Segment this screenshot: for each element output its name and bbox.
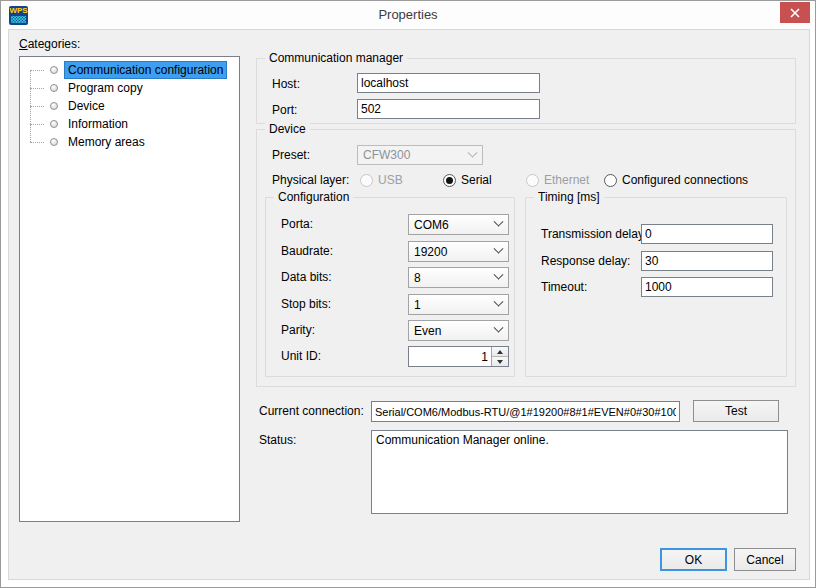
categories-label: Categories: xyxy=(19,37,80,51)
chevron-down-icon xyxy=(488,295,508,314)
configuration-group: Configuration Porta: COM6 Baudrate: 1920… xyxy=(265,197,515,377)
properties-dialog: Properties WPS Categories: Communication… xyxy=(0,0,816,588)
timeout-input[interactable] xyxy=(641,277,773,297)
radio-label: USB xyxy=(378,173,403,187)
tree-connector xyxy=(30,88,44,89)
current-connection-input[interactable] xyxy=(371,401,680,422)
host-input[interactable] xyxy=(357,73,540,93)
categories-label-rest: ategories: xyxy=(28,37,81,51)
group-title: Configuration xyxy=(274,190,353,204)
preset-label: Preset: xyxy=(272,145,310,165)
spin-up-button[interactable] xyxy=(492,347,508,357)
tree-item-label: Program copy xyxy=(65,80,146,96)
spin-buttons xyxy=(491,347,508,366)
wps-app-icon: WPS xyxy=(9,6,28,25)
tree-bullet-icon xyxy=(50,138,58,146)
triangle-up-icon xyxy=(497,350,503,354)
combo-value: 1 xyxy=(414,298,421,312)
wps-icon-text: WPS xyxy=(9,6,28,16)
communication-manager-group: Communication manager Host: Port: xyxy=(256,58,796,124)
data-bits-label: Data bits: xyxy=(281,267,332,288)
stop-bits-label: Stop bits: xyxy=(281,294,331,315)
tree-item-label: Information xyxy=(65,116,131,132)
parity-combo[interactable]: Even xyxy=(408,320,509,341)
timing-group: Timing [ms] Transmission delay: Response… xyxy=(525,197,787,377)
tree-bullet-icon xyxy=(50,66,58,74)
close-icon xyxy=(790,8,800,18)
current-connection-label: Current connection: xyxy=(259,401,364,422)
tree-item-communication-configuration[interactable]: Communication configuration xyxy=(20,61,239,79)
tree-item-information[interactable]: Information xyxy=(20,115,239,133)
spin-down-button[interactable] xyxy=(492,357,508,366)
chevron-down-icon xyxy=(488,215,508,234)
categories-mnemonic: C xyxy=(19,37,28,51)
radio-icon xyxy=(526,174,539,187)
radio-label: Configured connections xyxy=(622,173,748,187)
data-bits-combo[interactable]: 8 xyxy=(408,267,509,288)
triangle-down-icon xyxy=(497,360,503,364)
combo-value: CFW300 xyxy=(363,148,410,162)
test-button[interactable]: Test xyxy=(693,400,779,422)
tree-bullet-icon xyxy=(50,84,58,92)
unit-id-label: Unit ID: xyxy=(281,346,321,367)
unit-id-input[interactable] xyxy=(409,347,491,366)
wps-icon-grid xyxy=(11,16,26,23)
port-input[interactable] xyxy=(357,99,540,119)
tree-item-program-copy[interactable]: Program copy xyxy=(20,79,239,97)
physical-layer-label: Physical layer: xyxy=(272,173,349,187)
tree-item-device[interactable]: Device xyxy=(20,97,239,115)
group-title: Timing [ms] xyxy=(534,190,604,204)
baudrate-label: Baudrate: xyxy=(281,241,333,262)
unit-id-stepper xyxy=(408,346,509,367)
combo-value: 8 xyxy=(414,271,421,285)
radio-icon xyxy=(360,174,373,187)
tree-connector xyxy=(30,106,44,107)
radio-label: Serial xyxy=(461,173,492,187)
radio-serial[interactable]: Serial xyxy=(443,173,492,187)
tree-item-label: Device xyxy=(65,98,108,114)
combo-value: Even xyxy=(414,324,441,338)
device-group: Device Preset: CFW300 Physical layer: US… xyxy=(256,129,796,387)
baudrate-combo[interactable]: 19200 xyxy=(408,241,509,262)
response-delay-input[interactable] xyxy=(641,251,773,271)
close-button[interactable] xyxy=(780,2,810,23)
tree-connector xyxy=(30,70,44,71)
titlebar[interactable]: Properties WPS xyxy=(1,1,815,29)
chevron-down-icon xyxy=(488,321,508,340)
parity-label: Parity: xyxy=(281,320,315,341)
transmission-delay-label: Transmission delay: xyxy=(541,224,647,244)
tree-item-memory-areas[interactable]: Memory areas xyxy=(20,133,239,151)
tree-item-label: Memory areas xyxy=(65,134,148,150)
radio-usb[interactable]: USB xyxy=(360,173,403,187)
timeout-label: Timeout: xyxy=(541,277,587,297)
radio-label: Ethernet xyxy=(544,173,589,187)
categories-tree: Communication configuration Program copy… xyxy=(19,56,240,522)
combo-value: COM6 xyxy=(414,218,449,232)
response-delay-label: Response delay: xyxy=(541,251,630,271)
tree-connector xyxy=(30,124,44,125)
tree-connector xyxy=(30,142,44,143)
window-title: Properties xyxy=(1,1,815,29)
ok-button[interactable]: OK xyxy=(660,548,727,571)
preset-combo[interactable]: CFW300 xyxy=(357,145,483,165)
status-textarea[interactable]: Communication Manager online. xyxy=(371,430,788,514)
chevron-down-icon xyxy=(488,242,508,261)
radio-ethernet[interactable]: Ethernet xyxy=(526,173,589,187)
radio-configured-connections[interactable]: Configured connections xyxy=(604,173,748,187)
status-label: Status: xyxy=(259,432,296,448)
porta-combo[interactable]: COM6 xyxy=(408,214,509,235)
group-title: Device xyxy=(265,122,310,136)
tree-bullet-icon xyxy=(50,102,58,110)
tree-bullet-icon xyxy=(50,120,58,128)
tree-item-label: Communication configuration xyxy=(65,62,226,78)
port-label: Port: xyxy=(272,100,297,120)
radio-icon xyxy=(443,174,456,187)
porta-label: Porta: xyxy=(281,214,313,235)
transmission-delay-input[interactable] xyxy=(641,224,773,244)
host-label: Host: xyxy=(272,74,300,94)
combo-value: 19200 xyxy=(414,245,447,259)
chevron-down-icon xyxy=(488,268,508,287)
chevron-down-icon xyxy=(462,146,482,164)
stop-bits-combo[interactable]: 1 xyxy=(408,294,509,315)
cancel-button[interactable]: Cancel xyxy=(734,548,796,571)
